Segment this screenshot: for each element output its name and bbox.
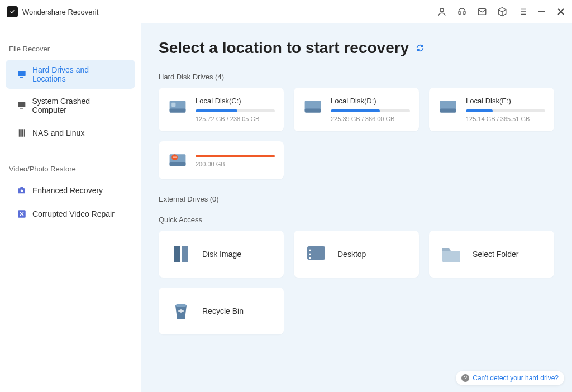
svg-point-9 (21, 190, 23, 193)
svg-rect-4 (18, 102, 25, 107)
mail-icon[interactable] (477, 7, 487, 17)
account-icon[interactable] (437, 7, 447, 17)
svg-point-25 (309, 257, 311, 259)
recycle-bin-icon (170, 300, 192, 322)
svg-rect-8 (24, 129, 25, 137)
drive-card-e[interactable]: Local Disk(E:) 125.14 GB / 365.51 GB (429, 88, 554, 131)
drive-name: Local Disk(E:) (466, 97, 545, 105)
titlebar-left: Wondershare Recoverit (7, 6, 98, 17)
drive-name: Local Disk(D:) (331, 97, 410, 105)
drive-card-d[interactable]: Local Disk(D:) 225.39 GB / 366.00 GB (294, 88, 419, 131)
hdd-icon (303, 97, 323, 117)
hdd-icon (438, 97, 458, 117)
disk-image-icon (170, 243, 192, 265)
help-link-text: Can't detect your hard drive? (473, 374, 559, 382)
sidebar: File Recover Hard Drives and Locations S… (0, 23, 141, 392)
svg-point-0 (440, 8, 444, 12)
svg-rect-5 (20, 108, 23, 108)
drive-bar (196, 109, 275, 112)
svg-point-24 (309, 254, 311, 255)
qa-recycle-bin[interactable]: Recycle Bin (159, 288, 284, 334)
svg-rect-13 (171, 103, 175, 107)
hdd-icon (168, 97, 188, 117)
sidebar-item-crashed[interactable]: System Crashed Computer (6, 91, 135, 120)
app-title: Wondershare Recoverit (22, 8, 98, 16)
sidebar-item-enhanced[interactable]: Enhanced Recovery (6, 180, 135, 201)
hdd-error-icon (168, 150, 188, 170)
drive-bar (466, 109, 545, 112)
question-icon: ? (461, 374, 469, 382)
svg-rect-2 (18, 71, 25, 76)
sidebar-item-label: Hard Drives and Locations (32, 65, 124, 83)
close-button[interactable] (556, 7, 565, 16)
svg-rect-19 (170, 162, 186, 166)
sidebar-item-label: Corrupted Video Repair (32, 209, 115, 218)
sidebar-item-nas[interactable]: NAS and Linux (6, 122, 135, 144)
svg-rect-12 (170, 109, 186, 113)
help-link[interactable]: ? Can't detect your hard drive? (456, 371, 564, 385)
titlebar: Wondershare Recoverit (0, 0, 572, 23)
drive-size: 125.14 GB / 365.51 GB (466, 116, 545, 122)
drive-bar (331, 109, 410, 112)
monitor-icon (17, 69, 27, 79)
qa-section-label: Quick Access (159, 216, 554, 224)
camera-icon (17, 185, 27, 195)
sidebar-item-hard-drives[interactable]: Hard Drives and Locations (6, 60, 135, 89)
sidebar-item-label: Enhanced Recovery (32, 186, 103, 195)
package-icon[interactable] (497, 7, 507, 17)
sidebar-section-video-photo: Video/Photo Restore (0, 160, 141, 178)
minimize-button[interactable] (537, 7, 546, 16)
qa-select-folder[interactable]: Select Folder (429, 231, 554, 278)
drive-name: Local Disk(C:) (196, 97, 275, 105)
refresh-icon[interactable] (416, 44, 425, 52)
drive-size: 200.00 GB (196, 161, 275, 168)
content: Select a location to start recovery Hard… (141, 23, 572, 392)
ext-section-label: External Drives (0) (159, 195, 554, 203)
svg-rect-7 (21, 129, 23, 137)
qa-desktop[interactable]: Desktop (294, 231, 419, 278)
svg-rect-3 (20, 77, 23, 77)
svg-rect-15 (305, 109, 321, 113)
drive-bar (196, 155, 275, 157)
drive-size: 125.72 GB / 238.05 GB (196, 116, 275, 122)
sidebar-item-label: NAS and Linux (32, 128, 84, 137)
svg-point-26 (175, 304, 187, 307)
folder-icon (440, 243, 463, 265)
svg-point-23 (309, 250, 311, 251)
hdd-grid: Local Disk(C:) 125.72 GB / 238.05 GB Loc… (159, 88, 554, 179)
drive-size: 225.39 GB / 366.00 GB (331, 116, 410, 122)
svg-rect-21 (173, 157, 177, 158)
qa-label: Disk Image (202, 250, 241, 259)
drive-card-c[interactable]: Local Disk(C:) 125.72 GB / 238.05 GB (159, 88, 284, 131)
qa-label: Recycle Bin (202, 307, 244, 315)
sidebar-item-label: System Crashed Computer (32, 97, 124, 114)
hdd-section-label: Hard Disk Drives (4) (159, 73, 554, 81)
svg-rect-17 (440, 109, 456, 113)
desktop-icon (305, 243, 327, 265)
sidebar-item-corrupted[interactable]: Corrupted Video Repair (6, 203, 135, 224)
sidebar-section-file-recover: File Recover (0, 40, 141, 58)
repair-icon (17, 209, 27, 219)
menu-icon[interactable] (517, 7, 527, 17)
qa-disk-image[interactable]: Disk Image (159, 231, 284, 278)
app-logo-icon (7, 6, 18, 17)
page-title: Select a location to start recovery (159, 39, 409, 57)
crashed-pc-icon (17, 101, 27, 111)
nas-icon (17, 128, 27, 138)
svg-rect-6 (19, 129, 21, 137)
qa-label: Desktop (337, 250, 366, 259)
qa-label: Select Folder (473, 250, 518, 259)
titlebar-right (437, 7, 565, 17)
qa-grid: Disk Image Desktop Select Folder Recycle… (159, 231, 554, 334)
support-icon[interactable] (457, 7, 467, 17)
drive-card-unknown[interactable]: 200.00 GB (159, 141, 284, 179)
